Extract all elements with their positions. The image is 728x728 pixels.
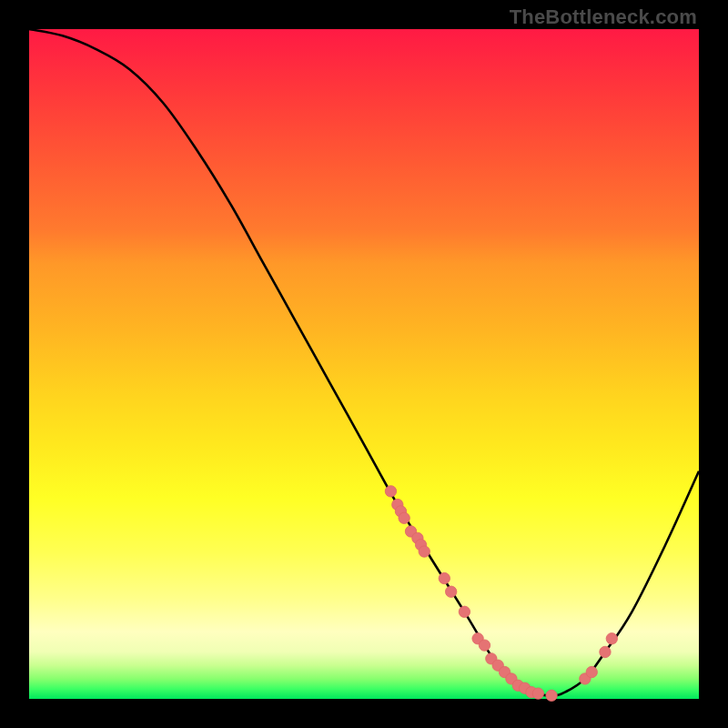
data-marker <box>546 690 557 701</box>
data-marker <box>419 546 430 557</box>
chart-frame: TheBottleneck.com <box>0 0 728 728</box>
data-marker <box>445 586 456 597</box>
data-markers <box>385 486 617 702</box>
data-marker <box>399 512 410 523</box>
data-marker <box>479 640 490 651</box>
plot-area <box>29 29 699 699</box>
data-marker <box>459 606 470 617</box>
data-marker <box>439 572 450 583</box>
curve-layer <box>29 29 699 699</box>
attribution-text: TheBottleneck.com <box>510 5 697 29</box>
data-marker <box>586 666 597 677</box>
data-marker <box>385 486 396 497</box>
data-marker <box>600 646 611 657</box>
data-marker <box>606 633 617 644</box>
data-marker <box>532 688 543 699</box>
bottleneck-curve <box>29 29 699 695</box>
